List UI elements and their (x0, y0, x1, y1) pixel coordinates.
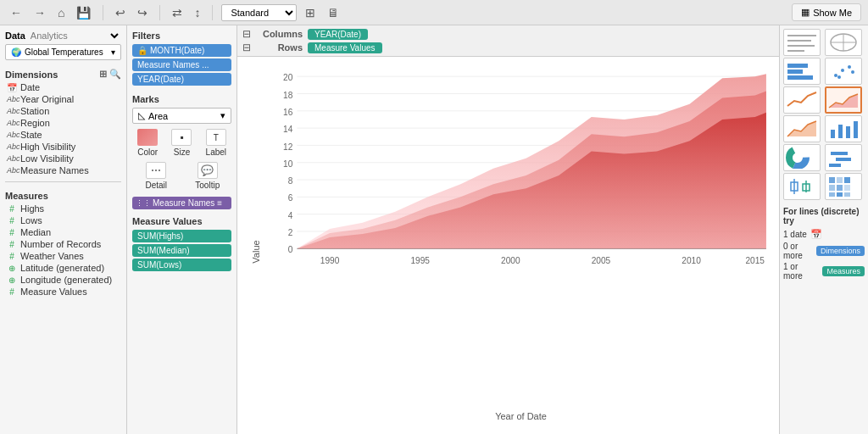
chart-type-area[interactable] (825, 86, 862, 114)
right-panel: For lines (discrete) try 1 date 📅 0 or m… (779, 25, 868, 434)
measure-lows[interactable]: # Lows (5, 214, 121, 226)
chart-type-box[interactable] (783, 173, 821, 200)
grid-view-icon[interactable]: ⊞ (99, 69, 107, 80)
chart-type-heatmap[interactable] (825, 173, 862, 200)
filter-month[interactable]: 🔒 MONTH(Date) (132, 44, 231, 57)
abc-low-vis-icon: Abc (7, 154, 17, 163)
marks-type-dropdown[interactable]: ◺ Area ▾ (132, 108, 231, 124)
dim-measure-names[interactable]: Abc Measure Names (5, 164, 121, 176)
search-icon[interactable]: 🔍 (109, 69, 121, 80)
svg-rect-31 (787, 50, 804, 52)
svg-text:18: 18 (283, 91, 293, 100)
detail-control[interactable]: ⋯ Detail (132, 162, 181, 190)
lock-icon: 🔒 (137, 46, 147, 55)
measure-weather-vanes[interactable]: # Weather Vanes (5, 250, 121, 262)
dim-low-visibility[interactable]: Abc Low Visibility (5, 153, 121, 164)
svg-rect-36 (787, 70, 803, 74)
measure-longitude[interactable]: ⊕ Longitude (generated) (5, 274, 121, 286)
chart-type-bar-v[interactable] (825, 115, 862, 142)
svg-rect-66 (844, 192, 850, 197)
dots-icon: ⋮⋮ (136, 199, 151, 208)
size-icon: ▪ (171, 129, 192, 146)
chip-sum-highs[interactable]: SUM(Highs) (132, 230, 231, 242)
undo-icon[interactable]: ↩ (112, 4, 129, 21)
svg-rect-52 (836, 158, 851, 161)
tooltip-icon: 💬 (198, 162, 218, 179)
svg-text:10: 10 (283, 159, 293, 169)
svg-point-39 (841, 69, 844, 72)
svg-rect-53 (829, 164, 841, 167)
dimensions-badge: Dimensions (816, 246, 865, 256)
forward-icon[interactable]: → (31, 4, 49, 21)
abc-mnames-icon: Abc (7, 166, 17, 175)
dim-date[interactable]: 📅 Date (5, 81, 121, 93)
monitor-icon[interactable]: 🖥 (324, 4, 342, 21)
rows-measure-chip[interactable]: Measure Values (308, 42, 382, 53)
toolbar: ← → ⌂ 💾 ↩ ↪ ⇄ ↕ Standard ⊞ 🖥 ▦ Show Me (0, 0, 868, 25)
data-source-selector[interactable]: 🌍 Global Temperatures ▾ (5, 44, 121, 60)
svg-rect-29 (787, 40, 811, 42)
data-source-select[interactable] (104, 31, 121, 41)
rows-icon: ⊟ (242, 42, 251, 53)
analytics-tab[interactable]: Analytics (31, 31, 68, 41)
svg-rect-61 (829, 185, 835, 191)
dim-year-original[interactable]: Abc Year Original (5, 93, 121, 105)
chip-sum-lows[interactable]: SUM(Lows) (132, 259, 231, 271)
measure-latitude[interactable]: ⊕ Latitude (generated) (5, 262, 121, 274)
hash-numrec-icon: # (7, 240, 17, 249)
chart-type-grid (783, 29, 865, 200)
sort-icon[interactable]: ↕ (191, 4, 203, 21)
columns-shelf: ⊟ Columns YEAR(Date) (242, 27, 774, 41)
chart-type-bar-h[interactable] (783, 58, 821, 85)
color-control[interactable]: Color (132, 129, 163, 157)
label-control[interactable]: T Label (201, 129, 231, 157)
home-icon[interactable]: ⌂ (54, 4, 68, 21)
measure-values-section: Measure Values SUM(Highs) SUM(Median) SU… (132, 216, 231, 273)
show-me-button[interactable]: ▦ Show Me (792, 3, 861, 21)
lon-icon: ⊕ (7, 275, 17, 285)
grid-icon[interactable]: ⊞ (302, 4, 319, 21)
svg-point-42 (851, 70, 854, 74)
chip-sum-median[interactable]: SUM(Median) (132, 244, 231, 257)
filter-measure-names[interactable]: Measure Names ... (132, 58, 231, 71)
chart-type-gantt[interactable] (825, 144, 862, 171)
measure-measure-values[interactable]: # Measure Values (5, 286, 121, 298)
measure-highs[interactable]: # Highs (5, 203, 121, 214)
chart-type-text[interactable] (783, 29, 821, 56)
svg-rect-47 (846, 126, 850, 138)
measure-names-chip[interactable]: ⋮⋮ Measure Names ≡ (132, 197, 231, 209)
chart-type-map[interactable] (825, 29, 862, 56)
dim-station[interactable]: Abc Station (5, 105, 121, 117)
data-tab[interactable]: Data (5, 31, 25, 41)
back-icon[interactable]: ← (7, 4, 25, 21)
dropdown-arrow-icon: ▾ (111, 47, 115, 57)
area-icon: ◺ (138, 110, 145, 121)
columns-year-chip[interactable]: YEAR(Date) (308, 29, 368, 40)
main-layout: Data Analytics 🌍 Global Temperatures ▾ D… (0, 25, 868, 434)
redo-icon[interactable]: ↪ (134, 4, 151, 21)
swap-icon[interactable]: ⇄ (169, 4, 186, 21)
marks-detail-tooltip: ⋯ Detail 💬 Tooltip (132, 162, 231, 190)
dim-region[interactable]: Abc Region (5, 117, 121, 129)
chart-type-pie[interactable] (783, 144, 821, 171)
measure-num-records[interactable]: # Number of Records (5, 238, 121, 250)
chart-type-dual-line[interactable] (783, 115, 821, 142)
dim-state[interactable]: Abc State (5, 129, 121, 141)
chart-type-scatter[interactable] (825, 58, 862, 85)
size-control[interactable]: ▪ Size (166, 129, 197, 157)
standard-dropdown[interactable]: Standard (221, 4, 297, 21)
hint-line-3: 1 or more Measures (783, 262, 865, 281)
calendar-icon: 📅 (810, 229, 822, 240)
save-icon[interactable]: 💾 (73, 4, 94, 21)
svg-point-40 (848, 65, 851, 69)
hash-wvanes-icon: # (7, 252, 17, 261)
svg-text:4: 4 (288, 211, 293, 220)
hint-line-2: 0 or more Dimensions (783, 242, 865, 260)
chart-type-line[interactable] (783, 86, 821, 114)
svg-text:12: 12 (283, 142, 293, 152)
measure-median[interactable]: # Median (5, 226, 121, 238)
svg-point-41 (837, 75, 841, 79)
dim-high-visibility[interactable]: Abc High Visibility (5, 141, 121, 153)
tooltip-control[interactable]: 💬 Tooltip (184, 162, 232, 190)
filter-year[interactable]: YEAR(Date) (132, 73, 231, 86)
